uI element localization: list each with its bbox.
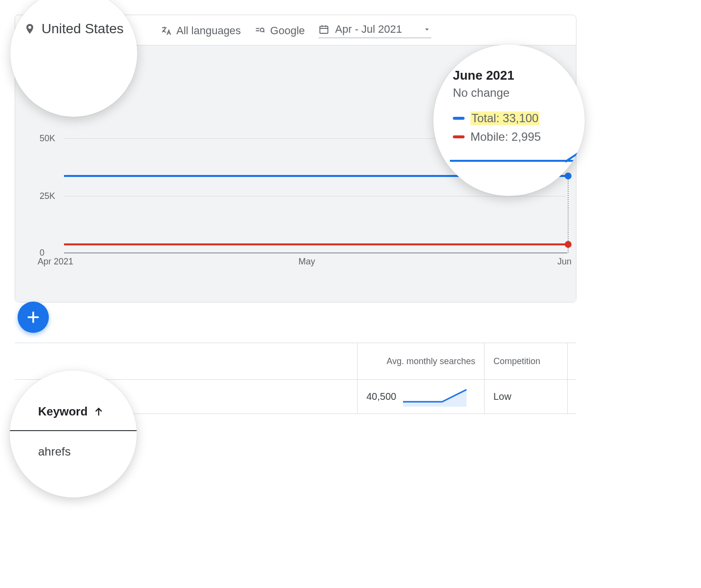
keyword-col-label: Keyword	[38, 405, 87, 418]
language-label: All languages	[176, 24, 241, 37]
keyword-value: ahrefs	[10, 431, 137, 458]
language-filter[interactable]: All languages	[161, 24, 241, 37]
swatch-red-icon	[453, 135, 465, 138]
tooltip-magnifier: June 2021 No change Total: 33,100 Mobile…	[433, 44, 585, 196]
location-pin-icon	[24, 22, 36, 36]
series-mobile-line	[64, 243, 567, 245]
search-engine-icon	[255, 25, 265, 36]
tooltip-mobile-row: Mobile: 2,995	[453, 130, 570, 144]
tooltip-title: June 2021	[453, 68, 570, 83]
calendar-icon	[319, 24, 329, 35]
engine-label: Google	[270, 24, 305, 37]
sparkline-icon	[403, 387, 467, 407]
translate-icon	[161, 25, 171, 36]
add-keyword-button[interactable]	[18, 302, 49, 333]
date-range-label: Apr - Jul 2021	[335, 23, 402, 36]
sort-ascending-icon[interactable]	[93, 406, 104, 417]
hover-dot-mobile	[565, 241, 572, 248]
tooltip-total-row: Total: 33,100	[453, 111, 570, 125]
col-competition[interactable]: Competition	[485, 343, 568, 379]
chevron-down-icon	[423, 25, 431, 34]
svg-line-3	[263, 31, 264, 32]
swatch-blue-icon	[453, 117, 465, 120]
row-competition-value: Low	[493, 391, 511, 402]
tooltip-subtitle: No change	[453, 86, 570, 100]
xtick-apr: Apr 2021	[38, 257, 73, 267]
xtick-jun: Jun	[557, 257, 572, 267]
svg-rect-4	[320, 26, 328, 34]
tooltip-total-label: Total: 33,100	[470, 111, 539, 125]
date-range-filter[interactable]: Apr - Jul 2021	[319, 23, 431, 38]
tooltip-mobile-label: Mobile: 2,995	[470, 130, 541, 144]
row-avg-value: 40,500	[366, 391, 396, 402]
main-panel: All languages Google Apr - Jul 2021 50K …	[15, 15, 576, 303]
xtick-may: May	[298, 257, 315, 267]
location-label: United States	[42, 21, 124, 37]
col-avg[interactable]: Avg. monthly searches	[358, 343, 485, 379]
ytick-25k: 25K	[40, 191, 55, 201]
hover-dot-total	[565, 173, 572, 179]
svg-point-2	[260, 28, 264, 31]
engine-filter[interactable]: Google	[255, 24, 305, 37]
table-header: Avg. monthly searches Competition	[15, 343, 576, 380]
keyword-magnifier: Keyword ahrefs	[10, 370, 137, 498]
ytick-50k: 50K	[40, 133, 55, 144]
